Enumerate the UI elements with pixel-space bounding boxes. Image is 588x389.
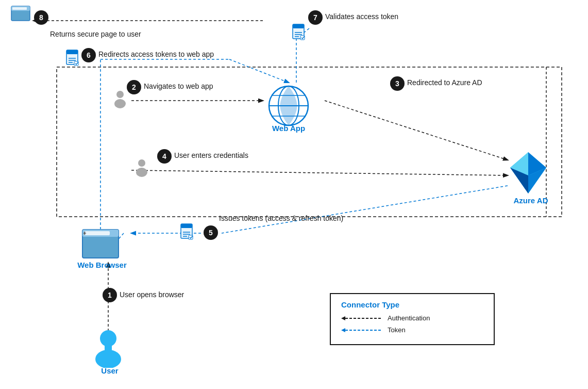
step-7-circle: 7 <box>308 10 323 25</box>
svg-point-31 <box>116 91 124 98</box>
svg-rect-48 <box>293 24 304 28</box>
svg-rect-55 <box>12 7 27 10</box>
web-browser-icon <box>80 227 121 263</box>
user-icon <box>90 329 126 370</box>
svg-point-34 <box>136 168 147 177</box>
step-6-circle: 6 <box>81 48 96 62</box>
azure-ad-icon <box>508 150 549 198</box>
step-1-label: User opens browser <box>120 290 184 299</box>
web-app-label: Web App <box>271 124 307 133</box>
token-doc-step6-icon <box>65 49 83 72</box>
svg-marker-59 <box>341 328 345 332</box>
legend-box: Connector Type Authentication Token <box>330 293 495 345</box>
step-8-label: Returns secure page to user <box>50 30 141 38</box>
svg-rect-36 <box>181 224 192 228</box>
svg-line-3 <box>325 101 508 160</box>
step-5-label: Issues tokens (access & refresh token) <box>219 214 343 222</box>
svg-rect-42 <box>66 50 78 54</box>
step-4-label: User enters credentials <box>174 151 248 159</box>
token-doc-step7-icon <box>291 23 309 46</box>
step-3-circle: 3 <box>390 76 405 91</box>
step-4-circle: 4 <box>157 149 172 164</box>
token-doc-step5-icon <box>179 223 197 246</box>
web-browser-label: Web Browser <box>76 261 128 269</box>
svg-rect-22 <box>84 231 110 235</box>
step-8-circle: 8 <box>34 10 48 25</box>
svg-rect-30 <box>105 346 112 352</box>
step-7-label: Validates access token <box>325 12 398 21</box>
azure-ad-label: Azure AD <box>510 196 551 205</box>
legend-token-item: Token <box>341 326 483 334</box>
svg-line-4 <box>131 170 508 175</box>
person-step4-icon <box>134 159 149 179</box>
svg-point-29 <box>95 350 121 368</box>
legend-title: Connector Type <box>341 300 483 309</box>
svg-line-10 <box>229 59 289 83</box>
step-2-label: Navigates to web app <box>144 82 213 90</box>
step-3-label: Redirected to Azure AD <box>407 78 482 87</box>
svg-marker-57 <box>341 316 345 320</box>
step-1-circle: 1 <box>103 288 117 302</box>
step-2-circle: 2 <box>127 80 141 94</box>
svg-point-32 <box>114 99 126 108</box>
person-step2-icon <box>112 90 128 110</box>
svg-point-33 <box>138 159 145 167</box>
svg-line-6 <box>222 186 508 233</box>
legend-auth-item: Authentication <box>341 314 483 322</box>
step-6-label: Redirects access tokens to web app <box>98 50 214 58</box>
step-5-circle: 5 <box>204 225 218 240</box>
diagram-container: 1 2 3 4 5 6 7 8 User opens browser Navig… <box>0 0 588 389</box>
browser-step8-icon <box>10 5 31 25</box>
user-label: User <box>97 366 123 375</box>
svg-point-28 <box>100 330 116 347</box>
